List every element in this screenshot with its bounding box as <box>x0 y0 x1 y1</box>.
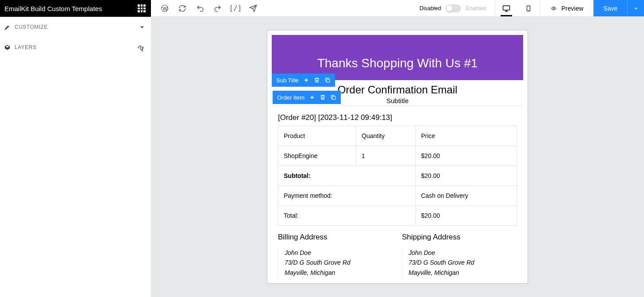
layers-icon <box>4 45 10 50</box>
addr-street: 73/D G South Grove Rd <box>409 258 517 267</box>
enable-toggle[interactable] <box>445 4 461 12</box>
cell-price: $20.00 <box>416 146 517 166</box>
cell-product: ShopEngine <box>278 146 356 166</box>
addr-city: Mayville, Michigan <box>285 268 393 278</box>
undo-icon[interactable] <box>196 4 204 12</box>
enable-toggle-group: Disabled Enabled <box>420 4 495 12</box>
sidebar-header: EmailKit Build Custom Templates <box>0 0 151 17</box>
total-label: Total: <box>278 206 416 226</box>
main-area: [/] Disabled Enabled P <box>151 0 644 297</box>
payment-label: Payment method: <box>278 186 416 206</box>
toggle-enabled-label: Enabled <box>466 5 486 12</box>
save-button[interactable]: Save <box>594 0 627 16</box>
table-row: Product Quantity Price <box>278 126 517 146</box>
email-frame: Thanks Shopping With Us #1 Sub Title <box>267 30 528 284</box>
subtotal-label: Subtotal: <box>278 166 416 186</box>
order-table: Product Quantity Price ShopEngine 1 $20.… <box>278 126 517 226</box>
svg-rect-4 <box>326 79 329 82</box>
svg-point-3 <box>553 8 555 9</box>
eye-icon <box>550 6 558 11</box>
chevron-down-icon <box>139 24 145 30</box>
table-row: Subtotal: $20.00 <box>278 166 517 186</box>
th-price: Price <box>416 126 517 146</box>
topbar: [/] Disabled Enabled P <box>151 0 644 17</box>
device-desktop-button[interactable] <box>495 0 517 16</box>
trash-icon[interactable] <box>314 77 320 83</box>
table-row: ShopEngine 1 $20.00 <box>278 146 517 166</box>
billing-address: Billing Address John Doe 73/D G South Gr… <box>278 233 393 278</box>
chevron-down-icon <box>633 6 639 11</box>
svg-rect-1 <box>503 6 510 10</box>
order-meta: [Order #20] [2023-11-12 09:49:13] <box>278 113 517 122</box>
send-icon[interactable] <box>249 4 257 12</box>
panel-customize[interactable]: CUSTOMIZE <box>0 17 151 37</box>
copy-icon[interactable] <box>324 77 331 83</box>
addr-city: Mayville, Michigan <box>409 268 517 278</box>
order-details[interactable]: [Order #20] [2023-11-12 09:49:13] Produc… <box>272 108 523 233</box>
addresses[interactable]: Billing Address John Doe 73/D G South Gr… <box>272 233 523 286</box>
wordpress-icon[interactable] <box>161 4 169 12</box>
chevron-down-icon <box>139 45 145 50</box>
widget-tag-label: Sub Title <box>276 77 299 84</box>
add-icon[interactable] <box>303 77 309 83</box>
table-row: Total: $20.00 <box>278 206 517 226</box>
device-switcher <box>495 0 540 16</box>
table-row: Payment method: Cash on Delivery <box>278 186 517 206</box>
preview-button[interactable]: Preview <box>540 0 594 16</box>
apps-grid-icon[interactable] <box>138 4 146 12</box>
shortcode-icon[interactable]: [/] <box>231 4 239 12</box>
cell-quantity: 1 <box>356 146 416 166</box>
addr-name: John Doe <box>409 248 517 258</box>
device-mobile-button[interactable] <box>517 0 540 16</box>
shipping-title: Shipping Address <box>402 233 517 242</box>
hero-title: Thanks Shopping With Us #1 <box>281 56 514 70</box>
widget-tag-orderitem: Order Item <box>273 91 341 104</box>
redo-icon[interactable] <box>214 4 222 12</box>
canvas[interactable]: Thanks Shopping With Us #1 Sub Title <box>151 17 644 297</box>
trash-icon[interactable] <box>320 94 326 100</box>
app-title: EmailKit Build Custom Templates <box>4 5 102 12</box>
addr-name: John Doe <box>285 248 393 258</box>
widget-tag-subtitle: Sub Title <box>272 73 335 87</box>
shipping-address: Shipping Address John Doe 73/D G South G… <box>402 233 517 278</box>
add-icon[interactable] <box>309 94 315 100</box>
refresh-icon[interactable] <box>178 4 186 12</box>
th-quantity: Quantity <box>356 126 416 146</box>
addr-street: 73/D G South Grove Rd <box>285 258 393 267</box>
panel-label: LAYERS <box>15 44 139 50</box>
panel-label: CUSTOMIZE <box>15 24 139 30</box>
pencil-icon <box>4 24 10 30</box>
toggle-disabled-label: Disabled <box>420 5 441 12</box>
sidebar: EmailKit Build Custom Templates CUSTOMIZ… <box>0 0 151 297</box>
total-value: $20.00 <box>416 206 517 226</box>
copy-icon[interactable] <box>330 94 336 100</box>
svg-rect-5 <box>332 96 335 100</box>
payment-value: Cash on Delivery <box>416 186 517 206</box>
save-dropdown-button[interactable] <box>627 0 644 16</box>
preview-label: Preview <box>561 5 583 12</box>
panel-layers[interactable]: LAYERS <box>0 37 151 58</box>
th-product: Product <box>278 126 356 146</box>
subtotal-value: $20.00 <box>416 166 517 186</box>
email-hero[interactable]: Thanks Shopping With Us #1 Sub Title <box>272 35 523 80</box>
widget-tag-label: Order Item <box>277 94 305 101</box>
billing-title: Billing Address <box>278 233 393 242</box>
